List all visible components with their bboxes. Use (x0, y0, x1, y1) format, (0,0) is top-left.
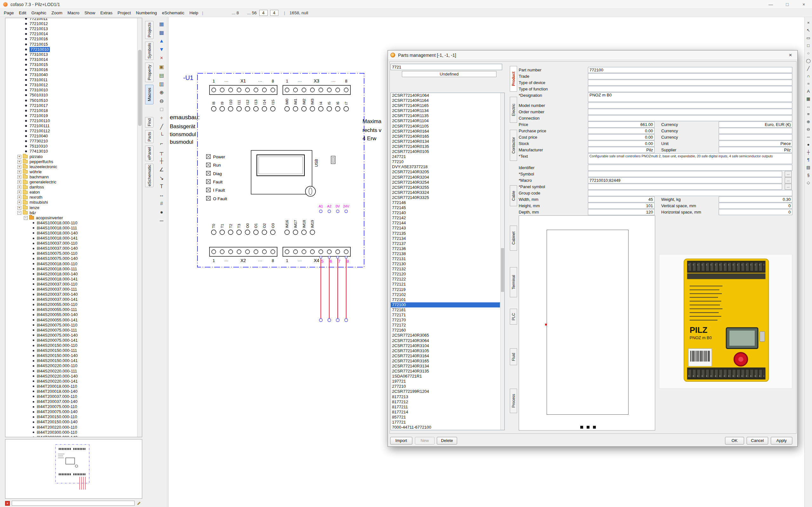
tree-item[interactable]: 772100112 (6, 128, 137, 133)
tree-item[interactable]: 8I44S200220.000-110 (6, 363, 137, 369)
tree-item[interactable]: 8I44S200220.000-111 (6, 369, 137, 374)
parts-list-item[interactable]: 772136 (391, 246, 500, 251)
parts-list-item[interactable]: 2CSR772140R1064 (391, 93, 500, 98)
browse-button[interactable]: ... (785, 171, 792, 177)
parts-list-item[interactable]: DVY:A5E37377218 (391, 164, 500, 169)
tree-item[interactable]: 77210016 (6, 37, 137, 42)
side-tab-macros[interactable]: Macros (145, 85, 154, 104)
field-purchase-price[interactable]: 0.00 (588, 128, 655, 134)
parts-list-item[interactable]: 772134 (391, 236, 500, 241)
parts-list-item[interactable]: 2CSR772140R0134 (391, 139, 500, 144)
tree-item[interactable]: 77210013 (6, 26, 137, 32)
toolbar-value-box-1[interactable]: 4 (259, 10, 268, 16)
wire-tool-icon[interactable]: ─ (157, 217, 166, 225)
selection-handle[interactable] (593, 426, 596, 429)
tree-item[interactable]: 8I44S200150.000-140 (6, 353, 137, 358)
tree-item[interactable]: 77310015 (6, 62, 137, 67)
tree-folder[interactable]: +pizzato (6, 154, 137, 159)
tree-item[interactable]: 8I44S200037.000-110 (6, 282, 137, 287)
field-currency[interactable] (719, 128, 792, 134)
parts-list-item[interactable]: 2CSR772140R1135 (391, 113, 500, 118)
tree-folder[interactable]: +leuzeelectronic (6, 164, 137, 169)
tree-item[interactable]: 8I44S200220.000-140 (6, 374, 137, 379)
dialog-titlebar[interactable]: Parts management [-1, -1, -1] × (388, 50, 797, 60)
field-horizontal-space-mm[interactable]: 0 (719, 209, 792, 215)
field-type-of-device[interactable] (588, 79, 792, 86)
parts-list-item[interactable]: 2CSR772199R1204 (391, 389, 500, 394)
menu-extras[interactable]: Extras (98, 10, 115, 15)
parts-list-item[interactable]: 772130 (391, 262, 500, 267)
text-tool-icon[interactable]: A (805, 88, 812, 95)
ellipse-tool-icon[interactable]: ◯ (805, 57, 812, 64)
tree-item[interactable]: 8I44S200037.000-140 (6, 292, 137, 297)
paste-icon[interactable]: ▤ (157, 71, 166, 79)
circle-tool-icon[interactable]: ○ (805, 50, 812, 56)
tree-item[interactable]: 77730210 (6, 138, 137, 144)
parts-list-item[interactable]: 277210 (391, 384, 500, 389)
minimize-button[interactable]: — (762, 0, 779, 9)
parts-list-item[interactable]: 2CSR772140R1134 (391, 108, 500, 113)
field-designation[interactable]: PNOZ m B0 (588, 92, 792, 102)
field-unit[interactable]: Piece (719, 140, 792, 147)
parts-list-item[interactable]: 772131 (391, 257, 500, 262)
field-type-of-function[interactable] (588, 86, 792, 92)
diamond-icon[interactable]: ◇ (805, 179, 812, 186)
tree-item[interactable]: 77210012 (6, 21, 137, 26)
field-currency[interactable] (719, 134, 792, 140)
import-button[interactable]: Import (390, 437, 412, 445)
field-cost-price[interactable]: 0.00 (588, 134, 655, 140)
browse-button[interactable]: ... (785, 184, 792, 190)
side-tab-find[interactable]: Find (145, 117, 154, 127)
tree-item[interactable]: 75010310 (6, 93, 137, 98)
tree-item[interactable]: 772100110 (6, 118, 137, 123)
menu-zoom[interactable]: Zoom (49, 10, 65, 15)
menu-page[interactable]: Page (1, 10, 16, 15)
tree-item[interactable]: 8I44S200018.000-111 (6, 267, 137, 272)
field-price[interactable]: 661.00 (588, 121, 655, 127)
menu-numbering[interactable]: Numbering (133, 10, 159, 15)
parts-list-item[interactable]: 772137 (391, 241, 500, 246)
error-flag-icon[interactable]: × (5, 501, 10, 506)
toolbar-value-box-2[interactable]: 4 (270, 10, 278, 16)
parts-list-item[interactable]: 2CSR772140R3255 (391, 185, 500, 190)
tree-folder[interactable]: −acoposinverter (6, 215, 137, 221)
side-tab-eschematic[interactable]: eSchematic (145, 164, 154, 187)
parts-list-item[interactable]: 772146 (391, 200, 500, 205)
side-tab-projects[interactable]: Projects (145, 21, 154, 39)
tree-item[interactable]: 8I44S100075.000-110 (6, 251, 137, 256)
parts-list-item[interactable]: 772100 (391, 302, 500, 307)
tree-item[interactable]: 8I44S200037.000-111 (6, 287, 137, 292)
tree-item[interactable]: 77310011 (6, 77, 137, 82)
tree-item[interactable]: 8I44S100018.000-111 (6, 226, 137, 231)
tree-folder[interactable]: +lenze (6, 205, 137, 210)
field-order-number[interactable] (588, 109, 792, 115)
field-panel-symbol[interactable] (588, 184, 782, 190)
tree-item[interactable]: 8I44T200018.000-110 (6, 384, 137, 389)
expand-plus-icon[interactable]: + (17, 155, 21, 159)
close-button[interactable]: × (796, 0, 812, 9)
tree-item[interactable]: 8I44S200220.000-141 (6, 379, 137, 384)
category-tab-process[interactable]: Process (510, 389, 517, 413)
collapse-minus-icon[interactable]: − (17, 211, 21, 215)
parts-list-item[interactable]: 7000-44711-6772100 (391, 425, 500, 430)
tree-item[interactable]: 8I44S100018.000-140 (6, 231, 137, 236)
angle-tool-icon[interactable]: ∠ (157, 165, 166, 174)
tree-item[interactable]: 8I44S200075.000-140 (6, 333, 137, 338)
dialog-close-icon[interactable]: × (786, 52, 795, 58)
zoom-in-icon[interactable]: ⊕ (805, 118, 812, 125)
parts-list-item[interactable]: 772132 (391, 267, 500, 272)
tree-item[interactable]: 8I44S200018.000-141 (6, 277, 137, 282)
tree-item[interactable]: 8I44S100037.000-110 (6, 241, 137, 246)
field-group-code[interactable] (588, 190, 792, 196)
field-stock[interactable]: 0.00 (588, 140, 655, 147)
dimension-tool-icon[interactable]: ↔ (157, 191, 166, 199)
parts-list-item[interactable]: 772119 (391, 287, 500, 292)
tree-scrollbar[interactable] (137, 18, 142, 437)
tree-item[interactable]: 8I44T200300.000-140 (6, 435, 137, 437)
parts-list-item[interactable]: 2CSR772140R3254 (391, 180, 500, 185)
pointer-tool-icon[interactable]: ↖ (805, 26, 812, 34)
category-tab-cabinet[interactable]: Cabinet (510, 226, 517, 250)
tree-item[interactable]: 75110310 (6, 144, 137, 149)
field-depth-mm[interactable]: 120 (588, 209, 655, 215)
delete-button[interactable]: Delete (437, 437, 457, 445)
